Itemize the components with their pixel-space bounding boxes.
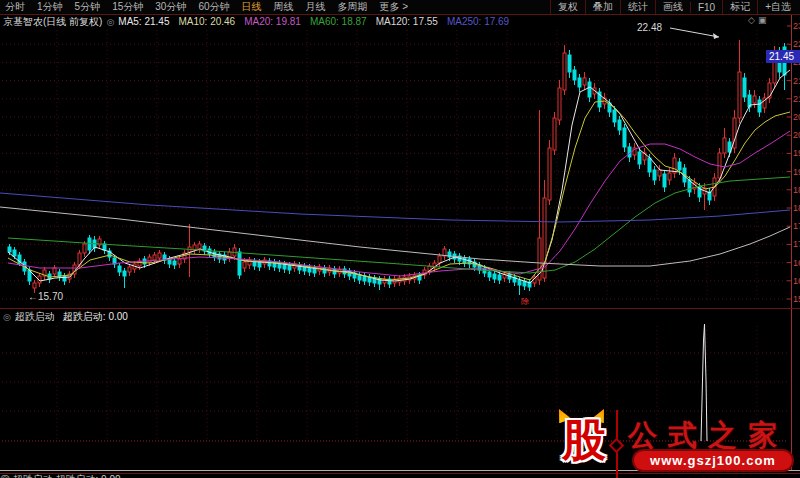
svg-text:17: 17 (793, 239, 800, 249)
adjust-price-button[interactable]: 复权 (550, 0, 585, 14)
f10-button[interactable]: F10 (690, 2, 722, 13)
tab-1min[interactable]: 1分钟 (37, 0, 63, 14)
tab-multi-period[interactable]: 多周期 (338, 0, 368, 14)
tab-15min[interactable]: 15分钟 (112, 0, 143, 14)
ma10-value: MA10: 20.46 (178, 16, 235, 27)
svg-text:16.5: 16.5 (793, 258, 800, 268)
svg-text:19: 19 (793, 167, 800, 177)
svg-text:15.5: 15.5 (793, 294, 800, 304)
toolbar-actions: 复权 叠加 统计 画线 F10 标记 +自选 (550, 0, 798, 14)
symbol-title: 京基智农(日线 前复权) (0, 15, 102, 29)
tab-weekly[interactable]: 周线 (274, 0, 294, 14)
svg-text:18.5: 18.5 (793, 185, 800, 195)
tab-60min[interactable]: 60分钟 (198, 0, 229, 14)
period-toolbar: 分时 1分钟 5分钟 15分钟 30分钟 60分钟 日线 周线 月线 多周期 更… (0, 0, 800, 15)
svg-text:20.5: 20.5 (793, 112, 800, 122)
period-tabs: 分时 1分钟 5分钟 15分钟 30分钟 60分钟 日线 周线 月线 多周期 更… (0, 0, 420, 14)
tab-more[interactable]: 更多 > (380, 0, 409, 14)
watermark-logo: 股 (562, 417, 606, 465)
tab-5min[interactable]: 5分钟 (75, 0, 101, 14)
svg-text:19.5: 19.5 (793, 148, 800, 158)
draw-line-button[interactable]: 画线 (655, 0, 690, 14)
ma20-value: MA20: 19.81 (244, 16, 301, 27)
window-layout-icon[interactable]: ▣ (758, 15, 770, 25)
overlay-button[interactable]: 叠加 (585, 0, 620, 14)
mark-button[interactable]: 标记 (722, 0, 757, 14)
ma5-value: MA5: 21.45 (118, 16, 169, 27)
svg-text:20: 20 (793, 130, 800, 140)
tab-30min[interactable]: 30分钟 (155, 0, 186, 14)
tab-daily[interactable]: 日线 (242, 0, 262, 14)
svg-text:17.5: 17.5 (793, 221, 800, 231)
svg-text:21.5: 21.5 (793, 76, 800, 86)
svg-text:←15.70: ←15.70 (28, 291, 63, 302)
ma120-value: MA120: 17.55 (376, 16, 438, 27)
watermark-url: www.gszj100.com (634, 451, 792, 470)
chart-title-bar: 京基智农(日线 前复权) ◎ MA5: 21.45 MA10: 20.46 MA… (0, 15, 800, 28)
svg-text:21.45: 21.45 (769, 51, 794, 62)
indicator-header: ◎ 超跌启动 超跌启动: 0.00 (0, 310, 800, 323)
svg-text:22.5: 22.5 (793, 39, 800, 49)
watermark: 股 公式之家 www.gszj100.com (552, 404, 800, 478)
diamond-icon (609, 438, 625, 454)
tab-monthly[interactable]: 月线 (306, 0, 326, 14)
indicator-gear-icon[interactable]: ◎ (0, 312, 15, 322)
ma250-value: MA250: 17.69 (447, 16, 509, 27)
statistics-button[interactable]: 统计 (620, 0, 655, 14)
indicator-value: 超跌启动: 0.00 (63, 310, 128, 324)
svg-text:16: 16 (793, 276, 800, 286)
add-watchlist-button[interactable]: +自选 (757, 0, 798, 14)
chart-corner-tools: ◇▣ (748, 15, 769, 25)
ma60-value: MA60: 18.87 (310, 16, 367, 27)
svg-text:21: 21 (793, 94, 800, 104)
indicator-title[interactable]: 超跌启动 (15, 310, 55, 324)
watermark-brand: 公式之家 (628, 416, 798, 456)
tab-fenshi[interactable]: 分时 (5, 0, 25, 14)
region-stat-icon[interactable]: ◇ (748, 15, 758, 25)
svg-text:18: 18 (793, 203, 800, 213)
svg-text:除: 除 (521, 297, 529, 306)
indicator-settings-icon[interactable]: ◎ (102, 17, 118, 27)
